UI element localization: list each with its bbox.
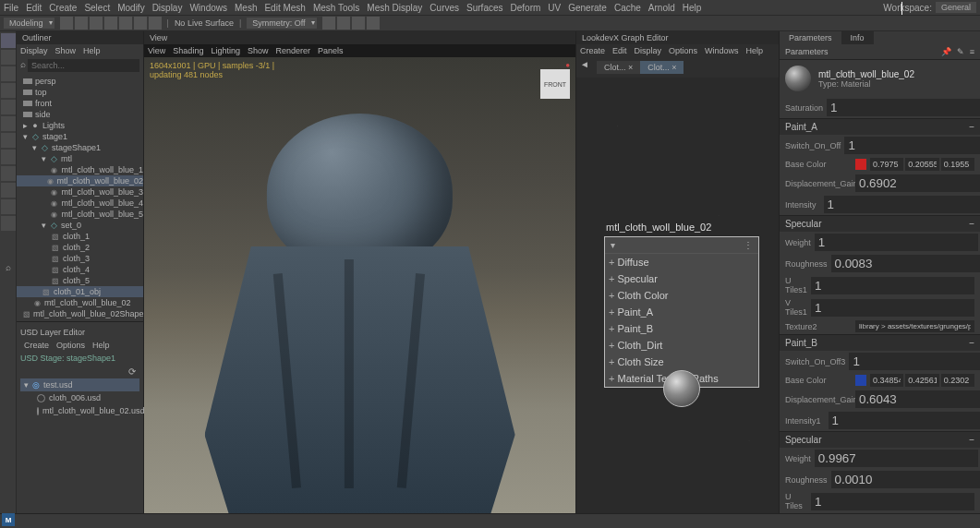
menu-mesh tools[interactable]: Mesh Tools — [313, 3, 359, 13]
tree-item[interactable]: mtl_cloth_woll_blue_5 — [17, 209, 143, 220]
section-header[interactable]: Paint_B− — [780, 334, 980, 351]
graph-menu-item[interactable]: Help — [746, 46, 764, 55]
tree-item[interactable]: front — [17, 98, 143, 109]
move-tool-icon[interactable] — [1, 66, 16, 81]
outliner-menu-item[interactable]: Help — [83, 46, 101, 55]
radio-icon[interactable] — [37, 394, 45, 402]
shelf-icon[interactable] — [322, 17, 335, 30]
pin-icon[interactable]: 📌 — [941, 47, 951, 56]
tree-item[interactable]: ▾stageShape1 — [17, 142, 143, 153]
viewport-menu-item[interactable]: Renderer — [275, 46, 310, 55]
prop-input[interactable] — [824, 196, 980, 213]
tree-item[interactable]: mtl_cloth_woll_blue_02Shape — [17, 308, 143, 319]
select-tool-icon[interactable] — [1, 33, 16, 48]
tree-item[interactable]: ▾stage1 — [17, 131, 143, 142]
prop-input[interactable] — [811, 277, 974, 294]
menu-display[interactable]: Display — [152, 3, 183, 13]
expand-icon[interactable]: ▾ — [42, 154, 46, 163]
tool-icon[interactable] — [1, 216, 16, 231]
radio-icon[interactable] — [37, 407, 39, 415]
scale-tool-icon[interactable] — [1, 100, 16, 114]
color-r-input[interactable] — [870, 374, 903, 387]
more-icon[interactable]: ⋮ — [744, 240, 753, 250]
shelf-icon[interactable] — [367, 17, 380, 30]
graph-tab[interactable]: LookdevX Graph Editor — [576, 31, 779, 44]
section-header[interactable]: Specular− — [780, 215, 980, 232]
prop-input[interactable] — [844, 137, 980, 154]
tree-item[interactable]: persp — [17, 76, 143, 87]
outliner-menu-item[interactable]: Show — [55, 46, 77, 55]
menu-icon[interactable]: ≡ — [970, 47, 974, 56]
menu-file[interactable]: File — [4, 3, 18, 13]
menu-cache[interactable]: Cache — [614, 3, 641, 13]
viewport-menu-item[interactable]: Panels — [318, 46, 344, 55]
lasso-tool-icon[interactable] — [1, 50, 16, 65]
viewport-render[interactable]: 1604x1001 | GPU | samples -3/1 | updatin… — [144, 57, 575, 528]
material-attr-row[interactable]: Paint_B — [605, 320, 758, 337]
node-graph-area[interactable]: · · · · · mtl_cloth_woll_blue_02 ▾ ⋮ Dif… — [576, 78, 779, 528]
outliner-search-input[interactable] — [28, 59, 139, 72]
color-swatch[interactable] — [855, 375, 866, 386]
tree-item[interactable]: cloth_2 — [17, 242, 143, 253]
menu-curves[interactable]: Curves — [430, 3, 459, 13]
expand-icon[interactable]: ▾ — [24, 380, 29, 390]
tool-icon[interactable] — [1, 199, 16, 214]
params-tab[interactable]: Parameters — [780, 31, 841, 44]
rotate-tool-icon[interactable] — [1, 83, 16, 98]
viewport-menu-item[interactable]: Show — [248, 46, 269, 55]
menu-generate[interactable]: Generate — [568, 3, 607, 13]
expand-icon[interactable]: ▾ — [23, 132, 28, 141]
tool-icon[interactable] — [1, 166, 16, 181]
viewport-tab[interactable]: View — [144, 31, 575, 44]
shelf-icon[interactable] — [60, 17, 73, 30]
color-b-input[interactable] — [941, 374, 974, 387]
graph-menu-item[interactable]: Create — [580, 46, 605, 55]
usd-menu-item[interactable]: Create — [24, 341, 49, 350]
viewport-menu-item[interactable]: View — [148, 46, 165, 55]
expand-icon[interactable]: ▾ — [42, 221, 46, 230]
shelf-icon[interactable] — [134, 17, 147, 30]
prop-input[interactable] — [815, 450, 978, 467]
shelf-icon[interactable] — [149, 17, 162, 30]
symmetry-dropdown[interactable]: Symmetry: Off — [247, 18, 316, 29]
color-swatch[interactable] — [855, 159, 866, 170]
graph-menu-item[interactable]: Edit — [612, 46, 627, 55]
modeling-mode-dropdown[interactable]: Modeling — [4, 18, 54, 29]
tree-item[interactable]: cloth_1 — [17, 231, 143, 242]
tree-item[interactable]: mtl_cloth_woll_blue_02 — [17, 297, 143, 308]
back-icon[interactable]: ◄ — [580, 59, 589, 76]
menu-mesh display[interactable]: Mesh Display — [367, 3, 422, 13]
search-tool-icon[interactable]: ⌕ — [1, 262, 16, 277]
collapse-icon[interactable]: − — [969, 219, 974, 229]
tree-item[interactable]: cloth_5 — [17, 275, 143, 286]
prop-input[interactable] — [829, 412, 980, 429]
chevron-down-icon[interactable]: ▾ — [611, 240, 615, 250]
menu-windows[interactable]: Windows — [189, 3, 227, 13]
usd-layer-item[interactable]: ▾◎test.usd — [20, 378, 139, 391]
graph-doc-tab[interactable]: Clot... × — [597, 61, 640, 74]
prop-input[interactable] — [831, 255, 980, 272]
collapse-icon[interactable]: − — [969, 122, 974, 132]
tree-item[interactable]: ▾set_0 — [17, 220, 143, 231]
color-b-input[interactable] — [941, 158, 974, 171]
outliner-tab[interactable]: Outliner — [17, 31, 143, 44]
material-attr-row[interactable]: Specular — [605, 270, 758, 287]
prop-input[interactable] — [811, 299, 974, 317]
close-icon[interactable]: × — [628, 63, 633, 72]
tree-item[interactable]: side — [17, 109, 143, 120]
tool-icon[interactable] — [1, 150, 16, 164]
menu-arnold[interactable]: Arnold — [648, 3, 675, 13]
prop-input[interactable] — [855, 174, 980, 192]
shelf-icon[interactable] — [119, 17, 132, 30]
usd-menu-item[interactable]: Help — [92, 341, 110, 350]
close-icon[interactable]: × — [671, 63, 676, 72]
color-g-input[interactable] — [905, 374, 938, 387]
refresh-icon[interactable]: ⟳ — [20, 365, 139, 378]
material-attr-row[interactable]: Cloth Size — [605, 354, 758, 370]
section-header[interactable]: Paint_A− — [780, 118, 980, 135]
shelf-icon[interactable] — [337, 17, 350, 30]
menu-surfaces[interactable]: Surfaces — [466, 3, 502, 13]
usd-menu-item[interactable]: Options — [56, 341, 85, 350]
collapse-icon[interactable]: − — [969, 435, 974, 445]
material-attr-row[interactable]: Cloth_Dirt — [605, 337, 758, 354]
